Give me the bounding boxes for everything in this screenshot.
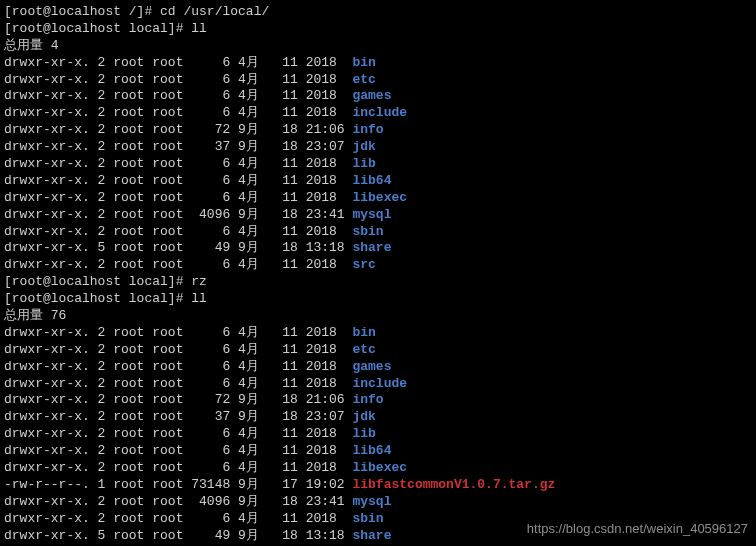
- list-item: drwxr-xr-x. 2 root root 72 9月 18 21:06 i…: [4, 122, 752, 139]
- file-name: bin: [352, 55, 375, 70]
- file-name: bin: [352, 325, 375, 340]
- file-name: lib64: [352, 173, 391, 188]
- list-item: drwxr-xr-x. 2 root root 6 4月 11 2018 etc: [4, 72, 752, 89]
- file-name: lib: [352, 426, 375, 441]
- list-item: drwxr-xr-x. 2 root root 37 9月 18 23:07 j…: [4, 139, 752, 156]
- list-item: drwxr-xr-x. 2 root root 6 4月 11 2018 lib: [4, 156, 752, 173]
- prompt-line[interactable]: [root@localhost /]# cd /usr/local/: [4, 4, 752, 21]
- total-header: 总用量 76: [4, 308, 752, 325]
- list-item: drwxr-xr-x. 2 root root 4096 9月 18 23:41…: [4, 494, 752, 511]
- file-name: etc: [352, 342, 375, 357]
- file-name: jdk: [352, 139, 375, 154]
- list-item: drwxr-xr-x. 2 root root 6 4月 11 2018 src: [4, 257, 752, 274]
- file-name: mysql: [352, 207, 391, 222]
- list-item: drwxr-xr-x. 2 root root 6 4月 11 2018 bin: [4, 325, 752, 342]
- list-item: drwxr-xr-x. 2 root root 6 4月 11 2018 gam…: [4, 359, 752, 376]
- list-item: drwxr-xr-x. 2 root root 6 4月 11 2018 lib…: [4, 173, 752, 190]
- list-item: drwxr-xr-x. 2 root root 6 4月 11 2018 lib: [4, 426, 752, 443]
- list-item: drwxr-xr-x. 2 root root 6 4月 11 2018 etc: [4, 342, 752, 359]
- list-item: -rw-r--r--. 1 root root 73148 9月 17 19:0…: [4, 477, 752, 494]
- list-item: drwxr-xr-x. 2 root root 6 4月 11 2018 inc…: [4, 376, 752, 393]
- list-item: drwxr-xr-x. 2 root root 6 4月 11 2018 lib…: [4, 460, 752, 477]
- file-name: libexec: [352, 190, 407, 205]
- prompt: [root@localhost local]#: [4, 291, 191, 306]
- file-name: etc: [352, 72, 375, 87]
- file-name: sbin: [352, 224, 383, 239]
- file-name: info: [352, 122, 383, 137]
- list-item: drwxr-xr-x. 2 root root 6 4月 11 2018 bin: [4, 55, 752, 72]
- file-name: sbin: [352, 511, 383, 526]
- file-name: src: [352, 257, 375, 272]
- prompt: [root@localhost /]#: [4, 4, 160, 19]
- list-item: drwxr-xr-x. 2 root root 37 9月 18 23:07 j…: [4, 409, 752, 426]
- file-name: share: [352, 528, 391, 543]
- prompt: [root@localhost local]#: [4, 21, 191, 36]
- file-name: lib: [352, 156, 375, 171]
- file-name: jdk: [352, 409, 375, 424]
- file-name: libexec: [352, 460, 407, 475]
- command-text: cd /usr/local/: [160, 4, 269, 19]
- total-header: 总用量 4: [4, 38, 752, 55]
- file-name: games: [352, 88, 391, 103]
- command-text: ll: [191, 21, 207, 36]
- command-text: rz: [191, 274, 207, 289]
- list-item: drwxr-xr-x. 2 root root 6 4月 11 2018 sbi…: [4, 224, 752, 241]
- file-name: mysql: [352, 494, 391, 509]
- list-item: drwxr-xr-x. 2 root root 4096 9月 18 23:41…: [4, 207, 752, 224]
- file-name: libfastcommonV1.0.7.tar.gz: [352, 477, 555, 492]
- list-item: drwxr-xr-x. 2 root root 72 9月 18 21:06 i…: [4, 392, 752, 409]
- file-name: lib64: [352, 443, 391, 458]
- list-item: drwxr-xr-x. 2 root root 6 4月 11 2018 gam…: [4, 88, 752, 105]
- list-item: drwxr-xr-x. 2 root root 6 4月 11 2018 lib…: [4, 190, 752, 207]
- prompt: [root@localhost local]#: [4, 274, 191, 289]
- file-name: include: [352, 105, 407, 120]
- file-name: games: [352, 359, 391, 374]
- prompt-line[interactable]: [root@localhost local]# ll: [4, 291, 752, 308]
- list-item: drwxr-xr-x. 2 root root 6 4月 11 2018 lib…: [4, 443, 752, 460]
- prompt-line[interactable]: [root@localhost local]# ll: [4, 21, 752, 38]
- file-name: info: [352, 392, 383, 407]
- command-text: ll: [191, 291, 207, 306]
- list-item: drwxr-xr-x. 2 root root 6 4月 11 2018 inc…: [4, 105, 752, 122]
- prompt-line[interactable]: [root@localhost local]# rz: [4, 274, 752, 291]
- terminal-output[interactable]: [root@localhost /]# cd /usr/local/[root@…: [4, 4, 752, 546]
- file-name: include: [352, 376, 407, 391]
- list-item: drwxr-xr-x. 5 root root 49 9月 18 13:18 s…: [4, 240, 752, 257]
- watermark-text: https://blog.csdn.net/weixin_40596127: [527, 521, 748, 538]
- file-name: share: [352, 240, 391, 255]
